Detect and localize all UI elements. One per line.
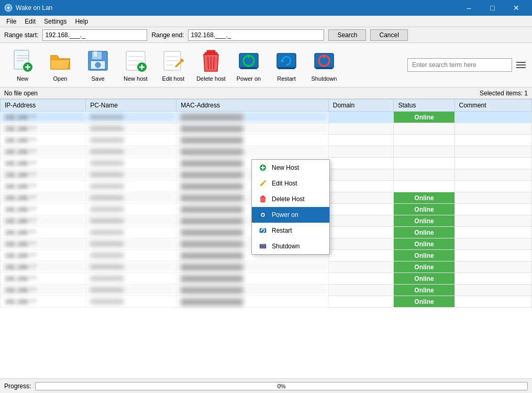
table-cell: 192.168.*.* [1,123,86,135]
ctx-restart[interactable]: Restart [252,223,329,238]
ctx-edit-host[interactable]: Edit Host [252,176,329,191]
status-bar: No file open Selected items: 1 [0,88,532,99]
close-button[interactable]: ✕ [504,0,528,16]
open-button[interactable]: Open [42,46,79,85]
table-row[interactable]: 192.168.*.*XXXXXXXX██████████████ [1,135,532,146]
table-cell: Online [394,296,455,308]
table-cell [328,169,394,181]
table-cell: 192.168.*.* [1,146,86,158]
ctx-edit-host-icon [258,179,268,188]
col-pcname: PC-Name [86,100,176,112]
ctx-power-on-label: Power on [272,211,298,219]
table-cell: XXXXXXXX [86,215,176,227]
menu-edit[interactable]: Edit [20,17,40,26]
table-row[interactable]: 192.168.*.*XXXXXXXX██████████████ [1,123,532,135]
new-host-icon [123,48,148,73]
table-cell: ██████████████ [176,285,329,296]
hamburger-menu-button[interactable] [514,58,528,72]
ctx-power-on[interactable]: Power on [252,207,329,223]
ctx-shutdown[interactable]: Shutdown [252,238,329,254]
minimize-button[interactable]: – [457,0,481,16]
table-cell: 192.168.*.* [1,135,86,146]
table-row[interactable]: 192.168.*.*XXXXXXXX██████████████Online [1,112,532,123]
table-cell: XXXXXXXX [86,181,176,192]
table-container[interactable]: IP-Address PC-Name MAC-Address Domain St… [0,99,532,378]
shutdown-icon [312,48,337,73]
shutdown-button[interactable]: Shutdown [306,46,342,85]
ctx-delete-host[interactable]: Delete Host [252,191,329,207]
new-host-button[interactable]: New host [117,46,154,85]
ctx-edit-host-label: Edit Host [272,180,297,187]
open-icon [48,48,73,73]
table-cell [455,192,531,204]
table-cell: XXXXXXXX [86,250,176,261]
context-menu: New Host Edit Host [251,159,330,255]
search-input[interactable] [407,58,512,72]
table-row[interactable]: 192.168.*.*XXXXXXXX██████████████Online [1,296,532,308]
table-row[interactable]: 192.168.*.*XXXXXXXX██████████████Online [1,273,532,285]
delete-host-button[interactable]: Delete host [193,46,229,85]
range-start-input[interactable] [42,29,147,41]
table-cell: Online [394,192,455,204]
cancel-button[interactable]: Cancel [370,29,407,41]
power-on-label: Power on [237,75,261,82]
menu-bar: File Edit Settings Help [0,16,532,27]
table-cell: 192.168.*.* [1,169,86,181]
shutdown-label: Shutdown [312,75,337,82]
menu-file[interactable]: File [2,17,20,26]
table-cell: Online [394,261,455,273]
table-cell [455,238,531,250]
restart-button[interactable]: Restart [268,46,305,85]
restart-label: Restart [277,75,295,82]
ctx-new-host[interactable]: New Host [252,160,329,176]
app-title: Wake on Lan [16,4,457,12]
edit-host-button[interactable]: Edit host [155,46,192,85]
table-cell: ██████████████ [176,273,329,285]
table-cell [455,135,531,146]
table-cell: Online [394,227,455,238]
table-row[interactable]: 192.168.*.*XXXXXXXX██████████████Online [1,285,532,296]
table-cell [328,273,394,285]
range-bar: Range start: Range end: Search Cancel [0,27,532,43]
maximize-button[interactable]: □ [481,0,504,16]
table-cell: 192.168.*.* [1,181,86,192]
toolbar-search [407,58,528,72]
table-cell [455,250,531,261]
svg-line-27 [208,57,208,69]
menu-help[interactable]: Help [71,17,92,26]
table-cell [394,123,455,135]
table-row[interactable]: 192.168.*.*XXXXXXXX██████████████Online [1,261,532,273]
save-button[interactable]: Save [80,46,116,85]
table-cell [394,158,455,169]
table-cell [328,135,394,146]
table-cell [328,158,394,169]
svg-rect-11 [94,51,97,57]
save-icon [85,48,110,73]
table-cell: Online [394,285,455,296]
hamburger-line-3 [516,67,526,68]
table-cell: 192.168.*.* [1,261,86,273]
menu-settings[interactable]: Settings [40,17,71,26]
ctx-shutdown-label: Shutdown [272,243,300,250]
edit-host-icon [161,48,186,73]
search-button[interactable]: Search [328,29,366,41]
table-cell: XXXXXXXX [86,146,176,158]
progress-text: 0% [278,383,286,389]
new-button[interactable]: New [4,46,41,85]
ctx-delete-host-icon [258,194,268,204]
svg-rect-26 [207,50,215,52]
col-status: Status [394,100,455,112]
table-cell: XXXXXXXX [86,112,176,123]
table-row[interactable]: 192.168.*.*XXXXXXXX██████████████ [1,146,532,158]
table-cell: 192.168.*.* [1,112,86,123]
range-end-input[interactable] [188,29,324,41]
table-cell [394,181,455,192]
table-cell [455,261,531,273]
ctx-delete-host-label: Delete Host [272,195,305,203]
app-icon [4,4,13,12]
table-cell: 192.168.*.* [1,204,86,215]
power-on-button[interactable]: Power on [230,46,267,85]
table-cell [455,181,531,192]
table-cell [455,227,531,238]
table-cell: Online [394,112,455,123]
